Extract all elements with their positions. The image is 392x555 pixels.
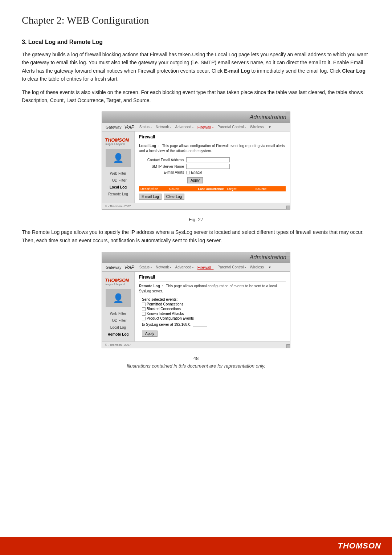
ui2-label-blocked: Blocked Connections: [147, 307, 181, 311]
ui1-col-target: Target: [227, 187, 256, 191]
resize-handle-top-right: [286, 112, 290, 116]
ui1-smtp-row: SMTP Server Name: [139, 164, 286, 169]
ui2-send-events-label: Send selected events:: [142, 297, 177, 301]
sidebar-link-locallog-1[interactable]: Local Log: [102, 184, 134, 191]
ui2-syslog-row: to SysLog server at 192.168.0.: [139, 322, 286, 327]
ui1-avatar: 👤: [106, 149, 131, 167]
ui2-send-events: Send selected events: Permitted Connecti…: [139, 297, 286, 320]
ui2-checkbox-row-0: Permitted Connections: [139, 302, 286, 306]
thomson-logo-1: THOMSON: [105, 137, 131, 143]
ui1-logo: THOMSON images & beyond: [102, 135, 134, 147]
ui2-apply-button[interactable]: Apply: [142, 331, 158, 337]
ui1-contact-email-input[interactable]: [186, 157, 230, 162]
ui1-nav-gateway[interactable]: Gateway: [106, 125, 121, 129]
ui2-nav-firewall[interactable]: Firewall -: [197, 265, 214, 270]
sidebar-link-todfilter-1[interactable]: TOD Filter: [102, 177, 134, 184]
ui2-label-permitted: Permitted Connections: [147, 302, 183, 306]
ui1-clear-log-button[interactable]: Clear Log: [164, 194, 184, 200]
ui1-email-log-button[interactable]: E-mail Log: [139, 194, 162, 200]
ui2-checkbox-permitted[interactable]: [142, 303, 146, 306]
ui1-description: Local Log : This page allows configurati…: [139, 143, 286, 154]
ui1-apply-row: Apply: [139, 176, 286, 183]
ui1-header: Administration: [102, 112, 290, 123]
ui1-contact-email-label: Contact Email Address: [139, 158, 186, 162]
sidebar-link-remotelog-2[interactable]: Remote Log: [102, 331, 134, 338]
ui2-checkbox-row-1: Blocked Connections: [139, 307, 286, 311]
ui2-nav-voip[interactable]: VoIP: [124, 264, 134, 270]
ui1-enable-label: Enable: [191, 170, 202, 174]
avatar-icon-2: 👤: [113, 293, 124, 303]
ui2-sidebar-links: Web Filter TOD Filter Local Log Remote L…: [102, 310, 134, 338]
ui2-dropdown-arrow[interactable]: ▼: [268, 266, 271, 269]
footer-thomson-logo: THOMSON: [338, 541, 381, 551]
ui1-email-alerts-label: E-mail Alerts: [139, 170, 186, 174]
resize-handle-top-right-2: [286, 252, 290, 256]
ui2-nav-sep5: Wireless: [250, 265, 264, 269]
sidebar-link-webfilter-1[interactable]: Web Filter: [102, 170, 134, 177]
remote-log-screenshot: Administration Gateway VoIP Status - Net…: [102, 252, 290, 348]
ui1-body: THOMSON images & beyond 👤 Web Filter TOD…: [102, 131, 290, 203]
ui2-copyright: © - Thomson - 2007: [102, 341, 290, 348]
ui2-send-events-label-row: Send selected events:: [139, 297, 286, 301]
ui1-table-header: Description Count Last Occurrence Target…: [139, 186, 286, 191]
ui1-nav-firewall[interactable]: Firewall -: [197, 125, 214, 129]
ui1-smtp-input[interactable]: [186, 164, 230, 169]
ui2-nav-sep2: Network -: [156, 265, 172, 269]
ui1-apply-button[interactable]: Apply: [187, 177, 203, 183]
ui2-section-title: Firewall: [139, 275, 286, 281]
email-log-bold: E-mail Log: [224, 68, 250, 74]
ui1-nav-sep4: Parental Control -: [216, 125, 247, 129]
thomson-tagline-2: images & beyond: [105, 283, 131, 285]
ui1-smtp-label: SMTP Server Name: [139, 165, 186, 169]
ui1-nav: Gateway VoIP Status - Network - Advanced…: [102, 123, 290, 131]
ui2-syslog-input[interactable]: [193, 322, 207, 327]
sidebar-link-todfilter-2[interactable]: TOD Filter: [102, 317, 134, 324]
thomson-tagline-1: images & beyond: [105, 143, 131, 145]
ui1-dropdown-arrow[interactable]: ▼: [268, 125, 271, 129]
ui1-contact-email-row: Contact Email Address: [139, 157, 286, 162]
sidebar-link-webfilter-2[interactable]: Web Filter: [102, 310, 134, 317]
ui1-nav-sep1: Status -: [137, 125, 153, 129]
ui1-copyright: © - Thomson - 2007: [102, 203, 290, 209]
ui1-col-count: Count: [169, 187, 198, 191]
fig1-caption: Fig. 27: [22, 217, 370, 222]
ui2-description: Remote Log : This page allows optional c…: [139, 284, 286, 294]
ui1-admin-title: Administration: [250, 114, 286, 121]
paragraph-2: The log of these events is also visible …: [22, 88, 370, 105]
ui2-body: THOMSON images & beyond 👤 Web Filter TOD…: [102, 272, 290, 341]
ui2-avatar: 👤: [106, 289, 131, 307]
ui1-enable-checkbox[interactable]: [186, 171, 190, 174]
paragraph-1-mid: to immediately send the email log. Click: [252, 68, 342, 74]
ui1-nav-sep2: Network -: [156, 125, 172, 129]
ui2-checkbox-internet[interactable]: [142, 312, 146, 316]
disclaimer: Illustrations contained in this document…: [22, 363, 370, 369]
ui2-sidebar: THOMSON images & beyond 👤 Web Filter TOD…: [102, 272, 135, 341]
ui1-section-title: Firewall: [139, 134, 286, 141]
ui2-checkbox-row-2: Known Internet Attacks: [139, 312, 286, 316]
ui2-main: Firewall Remote Log : This page allows o…: [135, 272, 290, 341]
ui2-page-label: Remote Log: [139, 284, 160, 288]
resize-handle-br-2: [286, 344, 290, 348]
local-log-screenshot: Administration Gateway VoIP Status - Net…: [102, 112, 290, 210]
ui2-checkbox-product[interactable]: [142, 317, 146, 320]
ui2-nav: Gateway VoIP Status - Network - Advanced…: [102, 263, 290, 272]
sidebar-link-remotelog-1[interactable]: Remote Log: [102, 191, 134, 198]
clear-log-bold: Clear Log: [342, 68, 366, 74]
ui2-label-product: Product Configuration Events: [147, 316, 194, 320]
ui1-page-label: Local Log: [139, 144, 156, 148]
ui1-email-alerts-row: E-mail Alerts Enable: [139, 170, 286, 174]
ui2-apply-row: Apply: [139, 329, 286, 337]
ui2-nav-sep1: Status -: [137, 265, 153, 269]
ui1-nav-voip[interactable]: VoIP: [124, 124, 134, 130]
ui1-sidebar: THOMSON images & beyond 👤 Web Filter TOD…: [102, 131, 135, 203]
ui2-header: Administration: [102, 252, 290, 263]
ui2-logo: THOMSON images & beyond: [102, 275, 134, 288]
ui2-checkbox-row-3: Product Configuration Events: [139, 316, 286, 320]
chapter-title: Chapter 2: WEB Configuration: [22, 15, 370, 30]
ui2-checkbox-blocked[interactable]: [142, 307, 146, 311]
avatar-icon-1: 👤: [113, 153, 124, 163]
ui2-nav-gateway[interactable]: Gateway: [106, 265, 121, 270]
sidebar-link-locallog-2[interactable]: Local Log: [102, 324, 134, 331]
ui2-label-internet: Known Internet Attacks: [147, 312, 184, 316]
page-number: 48: [22, 356, 370, 361]
